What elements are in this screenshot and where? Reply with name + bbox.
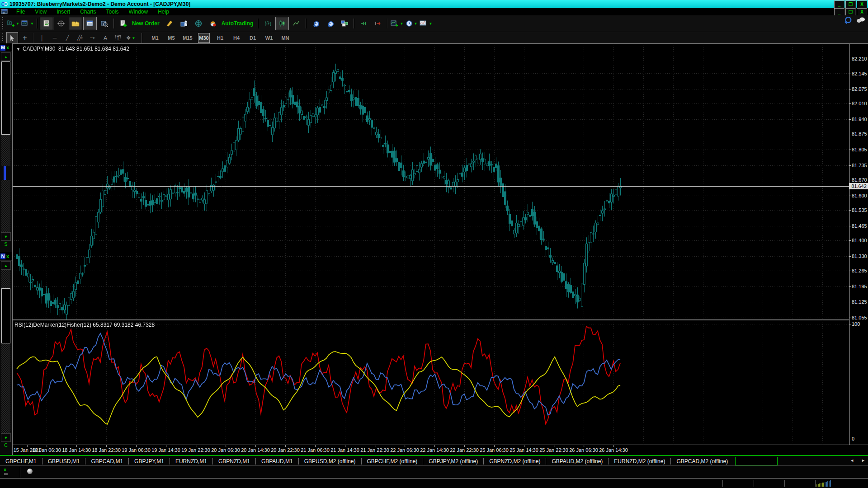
menu-item-help[interactable]: Help [153, 8, 174, 15]
child-minimize-button[interactable]: _ [834, 8, 844, 16]
autotrading-label[interactable]: AutoTrading [222, 20, 254, 27]
tab-gbpnzd-m2-offline-[interactable]: GBPNZD,M2 (offline) [484, 457, 546, 465]
bar-chart-button[interactable] [261, 17, 274, 30]
market-watch-button[interactable] [40, 17, 53, 30]
templates-button[interactable]: ▼ [419, 17, 433, 30]
chat-icon[interactable] [856, 17, 865, 23]
close-button[interactable]: X [857, 0, 867, 8]
timeframe-m15-button[interactable]: M15 [182, 33, 193, 43]
tab-gbpusd-m2-offline-[interactable]: GBPUSD,M2 (offline) [299, 457, 361, 465]
toolbar-grip[interactable] [1, 33, 5, 43]
navigator-button[interactable] [69, 17, 82, 30]
child-close-button[interactable]: X [857, 8, 867, 16]
menu-item-tools[interactable]: Tools [101, 8, 124, 15]
new-order-button[interactable] [117, 17, 130, 30]
terminal-grip[interactable] [4, 473, 8, 477]
autotrading-button[interactable] [206, 17, 220, 30]
new-order-label[interactable]: New Order [132, 20, 160, 27]
chart-shift-button[interactable] [371, 17, 385, 30]
scrollbar-thumb[interactable] [1, 288, 10, 343]
new-chart-button[interactable]: ▼ [6, 17, 20, 30]
vertical-line-button[interactable]: │ [36, 32, 48, 44]
crosshair-button[interactable]: + [19, 32, 31, 44]
tab-gbpchf-m2-offline-[interactable]: GBPCHF,M2 (offline) [362, 457, 423, 465]
tab-gbpchf-m1[interactable]: GBPCHF,M1 [0, 457, 42, 465]
tab-gbpjpy-m1[interactable]: GBPJPY,M1 [129, 457, 170, 465]
child-restore-button[interactable]: ❐ [845, 8, 856, 16]
timeframe-m5-button[interactable]: M5 [165, 33, 177, 43]
timeframe-m1-button[interactable]: M1 [149, 33, 161, 43]
scrollbar-track[interactable] [1, 180, 10, 232]
price-chart-canvas[interactable] [13, 44, 849, 319]
tab-gbpaud-m1[interactable]: GBPAUD,M1 [256, 457, 298, 465]
scroll-up-button[interactable]: ▲ [1, 261, 11, 270]
navigator-tab-label[interactable]: C [0, 442, 12, 448]
close-icon[interactable]: x [6, 45, 9, 50]
close-icon[interactable]: x [4, 467, 6, 472]
mql5-market-button[interactable] [177, 17, 191, 30]
timeframe-m30-button[interactable]: M30 [198, 33, 210, 43]
timeframe-h4-button[interactable]: H4 [231, 33, 242, 43]
scrollbar-track[interactable] [1, 343, 10, 433]
toolbar-grip[interactable] [1, 17, 5, 30]
trendline-button[interactable]: ╱ [61, 32, 73, 44]
scrollbar-thumb[interactable] [1, 61, 10, 135]
metaeditor-button[interactable] [163, 17, 176, 30]
scroll-down-button[interactable]: ▼ [1, 433, 11, 442]
arrows-button[interactable]: ❖ ▼ [125, 32, 137, 44]
terminal-button[interactable] [83, 17, 97, 30]
restore-button[interactable]: ❐ [845, 0, 856, 8]
menu-item-file[interactable]: File [11, 8, 30, 15]
scrollbar-track[interactable] [1, 270, 10, 288]
scroll-up-button[interactable]: ▲ [1, 52, 11, 61]
fibonacci-button[interactable]: ┄F [87, 32, 99, 44]
menu-item-window[interactable]: Window [124, 8, 153, 15]
zoom-in-button[interactable]: + [309, 17, 322, 30]
tab-gbpcad-m1[interactable]: GBPCAD,M1 [85, 457, 128, 465]
scrollbar-track[interactable] [1, 135, 10, 166]
tab-gbpcad-m2-offline-[interactable]: GBPCAD,M2 (offline) [671, 457, 733, 465]
timeframe-mn-button[interactable]: MN [279, 33, 291, 43]
menu-item-view[interactable]: View [30, 8, 52, 15]
tab-scroll-right-icon[interactable]: ► [861, 458, 865, 463]
profiles-button[interactable]: ▼ [21, 17, 34, 30]
chevron-down-icon[interactable]: ▼ [16, 47, 20, 52]
tile-windows-button[interactable] [338, 17, 351, 30]
tab-gbpaud-m2-offline-[interactable]: GBPAUD,M2 (offline) [546, 457, 608, 465]
timeframe-w1-button[interactable]: W1 [263, 33, 275, 43]
equidistant-channel-button[interactable]: ╱╱E [74, 32, 86, 44]
indicator-chart-canvas[interactable] [13, 321, 849, 445]
auto-scroll-button[interactable] [357, 17, 370, 30]
timeframe-h1-button[interactable]: H1 [214, 33, 226, 43]
scroll-down-button[interactable]: ▼ [1, 232, 11, 241]
line-chart-button[interactable] [290, 17, 303, 30]
horizontal-line-button[interactable]: ─ [49, 32, 61, 44]
tab-scroll-left-icon[interactable]: ◄ [850, 458, 854, 463]
tab-gbpnzd-m1[interactable]: GBPNZD,M1 [213, 457, 255, 465]
text-button[interactable]: A [99, 32, 111, 44]
menu-item-charts[interactable]: Charts [75, 8, 101, 15]
menu-item-insert[interactable]: Insert [52, 8, 75, 15]
zoom-out-button[interactable]: − [323, 17, 337, 30]
search-icon[interactable] [844, 17, 850, 23]
data-window-button[interactable] [54, 17, 68, 30]
time-axis[interactable]: 15 Jan 202118 Jan 06:3018 Jan 14:3018 Ja… [13, 445, 868, 455]
candlestick-chart-button[interactable] [275, 17, 289, 30]
cursor-button[interactable] [6, 32, 18, 44]
tab-eurnzd-m2-offline-[interactable]: EURNZD,M2 (offline) [609, 457, 670, 465]
periods-button[interactable]: ▼ [405, 17, 418, 30]
tab-cadjpy-active[interactable] [735, 457, 778, 465]
market-watch-tab-label[interactable]: S [0, 241, 12, 247]
expert-advisors-button[interactable] [192, 17, 205, 30]
price-axis[interactable]: 82.21082.14582.07582.01081.94081.87581.8… [849, 44, 868, 445]
tab-gbpjpy-m2-offline-[interactable]: GBPJPY,M2 (offline) [423, 457, 483, 465]
close-icon[interactable]: x [6, 253, 9, 259]
text-label-button[interactable]: T [112, 32, 124, 44]
indicators-button[interactable]: ▼ [390, 17, 404, 30]
navigator-header[interactable]: N x [0, 252, 12, 261]
tab-eurnzd-m1[interactable]: EURNZD,M1 [170, 457, 212, 465]
market-watch-header[interactable]: M x [0, 43, 12, 52]
minimize-button[interactable]: _ [834, 0, 844, 8]
timeframe-d1-button[interactable]: D1 [247, 33, 259, 43]
tab-gbpusd-m1[interactable]: GBPUSD,M1 [42, 457, 85, 465]
